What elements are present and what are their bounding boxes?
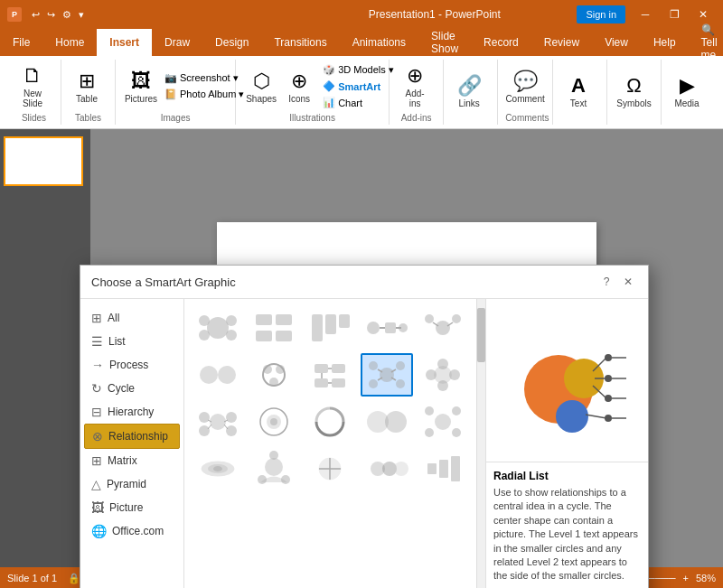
scrollbar-thumb[interactable]	[477, 308, 485, 362]
svg-point-52	[199, 425, 210, 436]
tab-draw[interactable]: Draw	[152, 29, 202, 56]
svg-point-62	[385, 411, 407, 433]
diagram-item-9-radiallist[interactable]	[361, 353, 413, 397]
svg-point-4	[226, 330, 237, 341]
pictures-icon: 🖼	[131, 70, 151, 93]
matrix-icon: ⊞	[91, 453, 102, 468]
diagram-item-5[interactable]	[417, 306, 469, 350]
pictures-button[interactable]: 🖼 Pictures	[123, 67, 159, 107]
sidebar-item-hierarchy[interactable]: ⊟ Hierarchy	[84, 400, 180, 424]
tab-record[interactable]: Record	[471, 29, 531, 56]
text-button[interactable]: A Text	[560, 71, 596, 111]
customize-qa[interactable]: ⚙	[60, 7, 74, 23]
zoom-plus[interactable]: +	[683, 573, 689, 583]
diagram-item-4[interactable]	[361, 306, 413, 350]
hierarchy-icon: ⊟	[91, 405, 102, 419]
diagram-item-14[interactable]	[361, 400, 413, 443]
icons-button[interactable]: ⊕ Icons	[281, 67, 317, 107]
dialog-close-button[interactable]: ✕	[619, 273, 637, 291]
svg-rect-11	[339, 314, 350, 328]
redo-button[interactable]: ↪	[44, 7, 58, 23]
svg-point-49	[210, 414, 226, 430]
new-slide-button[interactable]: 🗋 NewSlide	[14, 61, 51, 111]
ribbon-group-text: A Text	[553, 60, 607, 125]
diagram-item-1[interactable]	[192, 306, 244, 350]
photo-album-button[interactable]: 📔 Photo Album ▾	[161, 87, 248, 102]
sidebar-item-pyramid[interactable]: △ Pyramid	[84, 472, 180, 496]
diagram-item-3[interactable]	[304, 306, 356, 350]
screenshot-button[interactable]: 📷 Screenshot ▾	[161, 70, 248, 86]
undo-button[interactable]: ↩	[29, 7, 42, 23]
tab-help[interactable]: Help	[641, 29, 689, 56]
restore-button[interactable]: ❐	[662, 5, 687, 24]
tab-slideshow[interactable]: Slide Show	[418, 29, 471, 56]
smartart-button[interactable]: 🔷 SmartArt	[319, 79, 398, 94]
tab-view[interactable]: View	[592, 29, 641, 56]
tab-tellme[interactable]: 🔍 Tell me	[689, 29, 723, 56]
diagram-item-19[interactable]	[361, 447, 413, 490]
sidebar-item-process[interactable]: → Process	[84, 353, 180, 377]
svg-point-18	[425, 314, 434, 323]
addins-button[interactable]: ⊕ Add-ins	[397, 61, 433, 111]
symbols-button[interactable]: Ω Symbols	[615, 71, 653, 111]
diagram-item-15[interactable]	[417, 400, 469, 443]
signin-button[interactable]: Sign in	[577, 5, 625, 23]
tab-file[interactable]: File	[0, 29, 42, 56]
diagram-item-17[interactable]	[248, 447, 300, 490]
3dmodels-button[interactable]: 🎲 3D Models ▾	[319, 62, 398, 78]
tables-group-label: Tables	[69, 111, 108, 123]
dialog-main-area	[184, 299, 485, 588]
tab-design[interactable]: Design	[202, 29, 261, 56]
diagram-item-16[interactable]	[192, 447, 244, 490]
window-title: Presentation1 - PowerPoint	[292, 8, 577, 21]
svg-rect-30	[315, 378, 328, 387]
shapes-icon: ⬡	[253, 70, 270, 93]
diagram-grid-area	[184, 299, 476, 588]
dialog-title: Choose a SmartArt Graphic	[91, 275, 236, 289]
diagram-item-11[interactable]	[192, 400, 244, 443]
close-button[interactable]: ✕	[690, 5, 716, 24]
tab-home[interactable]: Home	[42, 29, 97, 56]
qa-more[interactable]: ▾	[76, 7, 87, 23]
illustrations-group-label: Illustrations	[243, 111, 381, 123]
diagram-item-13[interactable]	[304, 400, 356, 443]
diagram-item-2[interactable]	[248, 306, 300, 350]
svg-point-27	[269, 378, 278, 387]
chart-button[interactable]: 📊 Chart	[319, 95, 398, 110]
table-button[interactable]: ⊞ Table	[69, 67, 105, 107]
sidebar-item-all[interactable]: ⊞ All	[84, 306, 180, 330]
shapes-button[interactable]: ⬡ Shapes	[243, 67, 279, 107]
comment-button[interactable]: 💬 Comment	[505, 67, 545, 107]
dialog-help-button[interactable]: ?	[597, 273, 615, 291]
diagram-item-8[interactable]	[304, 353, 356, 397]
tab-insert[interactable]: Insert	[97, 29, 152, 56]
sidebar-item-cycle[interactable]: ↻ Cycle	[84, 377, 180, 400]
svg-point-73	[281, 475, 290, 484]
media-button[interactable]: ▶ Media	[669, 71, 705, 111]
sidebar-item-picture[interactable]: 🖼 Picture	[84, 496, 180, 519]
minimize-button[interactable]: ─	[633, 5, 658, 24]
tab-transitions[interactable]: Transitions	[261, 29, 339, 56]
diagram-item-7[interactable]	[248, 353, 300, 397]
svg-point-17	[436, 321, 450, 335]
svg-rect-29	[332, 364, 345, 373]
svg-point-35	[380, 368, 394, 382]
tab-animations[interactable]: Animations	[340, 29, 418, 56]
dialog-scrollbar[interactable]	[476, 299, 485, 588]
diagram-item-10[interactable]	[417, 353, 469, 397]
links-button[interactable]: 🔗 Links	[451, 71, 487, 111]
svg-point-26	[276, 365, 285, 374]
diagram-item-12[interactable]	[248, 400, 300, 443]
diagram-item-20[interactable]	[417, 447, 469, 490]
diagram-item-18[interactable]	[304, 447, 356, 490]
diagram-item-6[interactable]	[192, 353, 244, 397]
sidebar-item-matrix[interactable]: ⊞ Matrix	[84, 449, 180, 472]
svg-point-48	[437, 380, 448, 391]
3d-smartart-chart: 🎲 3D Models ▾ 🔷 SmartArt 📊 Chart	[319, 62, 398, 110]
tab-review[interactable]: Review	[531, 29, 592, 56]
sidebar-item-relationship[interactable]: ⊗ Relationship	[84, 424, 180, 449]
sidebar-item-office[interactable]: 🌐 Office.com	[84, 519, 180, 543]
sidebar-item-list[interactable]: ☰ List	[84, 330, 180, 353]
ribbon-group-media: ▶ Media	[662, 60, 716, 125]
ribbon-group-slides: 🗋 NewSlide Slides	[7, 60, 61, 125]
